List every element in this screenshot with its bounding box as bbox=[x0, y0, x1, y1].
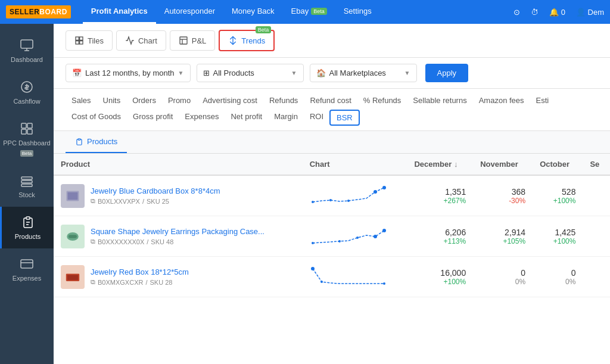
nav-autoresponder[interactable]: Autoresponder bbox=[156, 0, 223, 24]
product-thumbnail-2 bbox=[64, 228, 81, 245]
svg-point-38 bbox=[356, 237, 359, 239]
svg-rect-24 bbox=[78, 138, 80, 139]
ebay-beta-badge: Beta bbox=[311, 8, 327, 15]
view-switcher-bar: Tiles Chart P&L Trends Beta bbox=[54, 24, 610, 58]
divider-1: / bbox=[142, 198, 144, 205]
nav-profit-analytics[interactable]: Profit Analytics bbox=[83, 0, 156, 24]
col-se[interactable]: Se bbox=[583, 154, 610, 175]
sidebar-item-products[interactable]: Products bbox=[0, 207, 54, 248]
sparkline-cell-1 bbox=[303, 175, 407, 216]
svg-point-36 bbox=[312, 242, 314, 244]
sidebar-item-stock[interactable]: Stock bbox=[0, 165, 54, 207]
product-name-3[interactable]: Jewelry Red Box 18*12*5cm bbox=[91, 267, 189, 276]
november-val-1: 368 -30% bbox=[473, 175, 533, 216]
svg-rect-8 bbox=[21, 177, 32, 179]
main-layout: Dashboard Cashflow PPC Dashboard Beta St… bbox=[0, 24, 610, 364]
product-cell-1: Jewelry Blue Cardboard Box 8*8*4cm ⧉ B0X… bbox=[61, 184, 295, 208]
svg-rect-5 bbox=[27, 123, 32, 128]
history-icon[interactable]: ⏱ bbox=[531, 8, 539, 17]
svg-rect-33 bbox=[69, 235, 77, 238]
user-menu[interactable]: 👤 Dem bbox=[576, 8, 604, 17]
october-val-1: 528 +100% bbox=[533, 175, 583, 216]
metric-sales[interactable]: Sales bbox=[66, 94, 97, 107]
svg-point-37 bbox=[338, 240, 341, 242]
metric-sellable-returns[interactable]: Sellable returns bbox=[407, 94, 472, 107]
col-november[interactable]: November bbox=[473, 154, 533, 175]
svg-point-43 bbox=[383, 282, 385, 285]
metric-refund-cost[interactable]: Refund cost bbox=[304, 94, 357, 107]
pl-view-btn[interactable]: P&L bbox=[170, 30, 216, 51]
tiles-view-btn[interactable]: Tiles bbox=[66, 30, 113, 51]
metric-units[interactable]: Units bbox=[97, 94, 127, 107]
metrics-row: Sales Units Orders Promo Advertising cos… bbox=[54, 89, 610, 131]
metric-net-profit[interactable]: Net profit bbox=[225, 110, 268, 126]
svg-rect-20 bbox=[180, 37, 187, 44]
metric-promo[interactable]: Promo bbox=[162, 94, 197, 107]
metric-bsr[interactable]: BSR bbox=[329, 110, 360, 126]
metric-margin[interactable]: Margin bbox=[268, 110, 304, 126]
calendar-icon: 📅 bbox=[72, 69, 82, 77]
copy-icon-2[interactable]: ⧉ bbox=[91, 238, 95, 245]
svg-rect-16 bbox=[76, 37, 79, 40]
cashflow-icon bbox=[20, 80, 34, 94]
nav-ebay[interactable]: Ebay Beta bbox=[283, 0, 335, 24]
svg-rect-6 bbox=[21, 129, 26, 134]
metric-esti[interactable]: Esti bbox=[530, 94, 555, 107]
product-name-2[interactable]: Square Shape Jewelry Earrings Packaging … bbox=[91, 227, 264, 236]
metric-pct-refunds[interactable]: % Refunds bbox=[357, 94, 407, 107]
col-chart: Chart bbox=[303, 154, 407, 175]
date-range-filter[interactable]: 📅 Last 12 months, by month ▼ bbox=[66, 64, 191, 82]
sidebar-item-ppc[interactable]: PPC Dashboard Beta bbox=[0, 113, 54, 165]
svg-rect-18 bbox=[76, 41, 79, 44]
metric-advertising-cost[interactable]: Advertising cost bbox=[197, 94, 263, 107]
sidebar-item-dashboard[interactable]: Dashboard bbox=[0, 30, 54, 71]
sparkline-2 bbox=[310, 223, 387, 247]
metric-expenses[interactable]: Expenses bbox=[179, 110, 225, 126]
svg-rect-26 bbox=[68, 192, 78, 200]
products-icon bbox=[21, 215, 35, 229]
products-tab-icon bbox=[75, 138, 83, 146]
svg-point-42 bbox=[320, 281, 323, 283]
sidebar-item-expenses[interactable]: Expenses bbox=[0, 248, 54, 290]
col-october[interactable]: October bbox=[533, 154, 583, 175]
metric-cog[interactable]: Cost of Goods bbox=[66, 110, 127, 126]
divider-3: / bbox=[145, 279, 147, 286]
trends-view-btn[interactable]: Trends Beta bbox=[219, 30, 275, 51]
bell-icon[interactable]: 🔔 0 bbox=[549, 8, 565, 17]
brand-logo[interactable]: SELLERBOARD bbox=[6, 5, 71, 18]
copy-icon-1[interactable]: ⧉ bbox=[91, 197, 95, 205]
nav-settings[interactable]: Settings bbox=[335, 0, 380, 24]
metric-amazon-fees[interactable]: Amazon fees bbox=[473, 94, 530, 107]
svg-rect-19 bbox=[80, 41, 83, 44]
product-name-1[interactable]: Jewelry Blue Cardboard Box 8*8*4cm bbox=[91, 186, 220, 195]
metric-refunds[interactable]: Refunds bbox=[263, 94, 304, 107]
pl-icon bbox=[179, 36, 188, 45]
sparkline-1 bbox=[310, 183, 387, 207]
chart-view-btn[interactable]: Chart bbox=[116, 30, 166, 51]
date-range-arrow: ▼ bbox=[178, 70, 184, 76]
copy-icon-3[interactable]: ⧉ bbox=[91, 278, 95, 286]
product-info-1: Jewelry Blue Cardboard Box 8*8*4cm ⧉ B0X… bbox=[91, 186, 220, 205]
metric-orders[interactable]: Orders bbox=[126, 94, 162, 107]
apply-button[interactable]: Apply bbox=[425, 64, 469, 82]
table-row: Jewelry Blue Cardboard Box 8*8*4cm ⧉ B0X… bbox=[54, 175, 610, 216]
trends-beta-badge: Beta bbox=[256, 26, 272, 33]
product-image-1 bbox=[61, 184, 85, 208]
col-december[interactable]: December bbox=[407, 154, 473, 175]
october-val-2: 1,425 +100% bbox=[533, 216, 583, 257]
metric-roi[interactable]: ROI bbox=[304, 110, 329, 126]
sidebar-item-cashflow[interactable]: Cashflow bbox=[0, 71, 54, 113]
help-icon[interactable]: ⊙ bbox=[513, 8, 520, 17]
sparkline-cell-2 bbox=[303, 216, 407, 257]
monitor-icon bbox=[20, 38, 34, 52]
svg-rect-7 bbox=[27, 129, 32, 134]
products-table-container[interactable]: Product Chart December November October … bbox=[54, 154, 610, 364]
main-content: Tiles Chart P&L Trends Beta 📅 Last 12 mo… bbox=[54, 24, 610, 364]
products-tab[interactable]: Products bbox=[66, 131, 127, 153]
november-val-3: 0 0% bbox=[473, 257, 533, 297]
nav-money-back[interactable]: Money Back bbox=[223, 0, 283, 24]
marketplaces-filter[interactable]: 🏠 All Marketplaces ▼ bbox=[310, 64, 417, 82]
metric-gross-profit[interactable]: Gross profit bbox=[127, 110, 179, 126]
october-val-3: 0 0% bbox=[533, 257, 583, 297]
products-filter[interactable]: ⊞ All Products ▼ bbox=[197, 64, 304, 82]
